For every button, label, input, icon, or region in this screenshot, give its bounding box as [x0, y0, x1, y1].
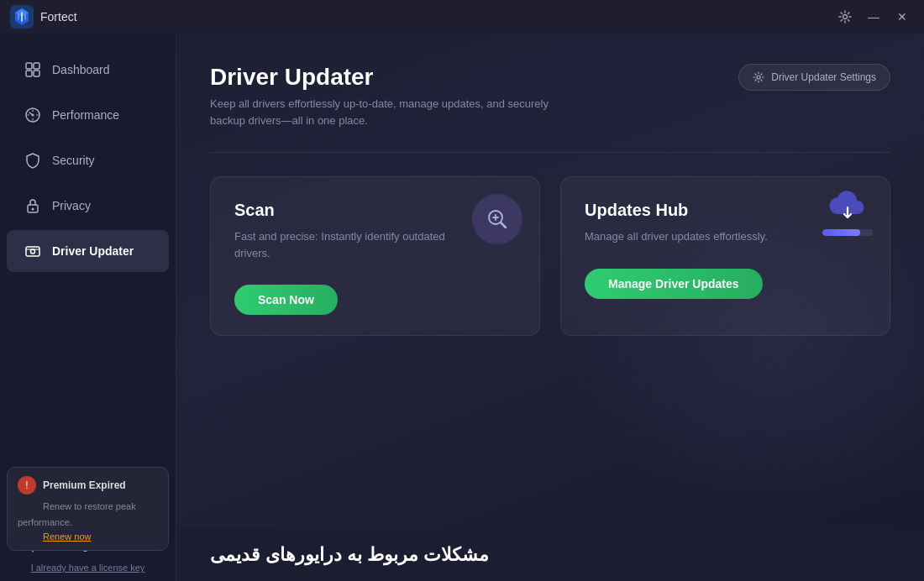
scan-card-icon — [472, 194, 522, 244]
scan-card: Scan Fast and precise: Instantly identif… — [210, 176, 540, 336]
sidebar-item-driver-updater-label: Driver Updater — [52, 244, 134, 258]
bottom-banner: مشکلات مربوط به درایورهای قدیمی — [176, 529, 924, 581]
sidebar-item-security[interactable]: Security — [7, 139, 169, 181]
driver-updater-icon — [24, 242, 42, 260]
svg-point-1 — [843, 15, 848, 19]
security-icon — [24, 151, 42, 170]
manage-driver-updates-button[interactable]: Manage Driver Updates — [585, 269, 763, 299]
content-area: Driver Updater Keep all drivers effortle… — [176, 34, 924, 581]
scan-now-button[interactable]: Scan Now — [234, 285, 338, 315]
sidebar-item-performance-label: Performance — [52, 108, 119, 122]
settings-titlebar-button[interactable] — [833, 5, 857, 29]
svg-point-13 — [757, 76, 760, 79]
sidebar-item-privacy[interactable]: Privacy — [7, 185, 169, 227]
driver-updater-settings-button[interactable]: Driver Updater Settings — [738, 64, 890, 91]
scan-card-desc: Fast and precise: Instantly identify out… — [234, 228, 453, 261]
sidebar: Dashboard Performance Security — [0, 34, 176, 581]
minimize-button[interactable]: — — [862, 5, 885, 29]
svg-rect-4 — [26, 71, 32, 76]
page-header-text: Driver Updater Keep all drivers effortle… — [210, 64, 580, 128]
content-divider — [210, 152, 890, 153]
app-logo-icon — [10, 5, 34, 29]
privacy-icon — [24, 196, 42, 215]
premium-expired-box: ! Premium Expired Renew to restore peak … — [7, 467, 169, 551]
main-container: Dashboard Performance Security — [0, 34, 924, 581]
performance-icon — [24, 106, 42, 124]
updates-hub-desc: Manage all driver updates effortlessly. — [585, 228, 803, 245]
updates-hub-card: Updates Hub Manage all driver updates ef… — [560, 176, 890, 336]
svg-point-11 — [31, 249, 35, 254]
cloud-download-icon — [827, 191, 868, 224]
svg-point-7 — [32, 114, 34, 117]
svg-rect-2 — [26, 63, 32, 69]
svg-rect-10 — [26, 247, 39, 256]
content-header: Driver Updater Keep all drivers effortle… — [210, 64, 890, 128]
premium-desc: Renew to restore peak performance. — [18, 501, 136, 526]
bottom-banner-text: مشکلات مربوط به درایورهای قدیمی — [210, 544, 489, 566]
settings-btn-label: Driver Updater Settings — [771, 71, 876, 83]
app-name-label: Fortect — [40, 10, 77, 24]
titlebar-left: Fortect — [10, 5, 77, 29]
premium-title: Premium Expired — [43, 479, 126, 491]
updates-progress-fill — [822, 229, 860, 236]
dashboard-icon — [24, 60, 42, 79]
premium-expired-icon: ! — [18, 476, 36, 495]
page-subtitle: Keep all drivers effortlessly up-to-date… — [210, 96, 580, 128]
updates-hub-icon-area — [822, 191, 873, 236]
svg-point-9 — [32, 208, 34, 211]
sidebar-item-dashboard-label: Dashboard — [52, 63, 110, 76]
sidebar-item-driver-updater[interactable]: Driver Updater — [7, 230, 169, 272]
page-title: Driver Updater — [210, 64, 580, 91]
sidebar-item-performance[interactable]: Performance — [7, 94, 169, 136]
cards-row: Scan Fast and precise: Instantly identif… — [210, 176, 890, 336]
titlebar: Fortect — ✕ — [0, 0, 924, 34]
sidebar-item-security-label: Security — [52, 154, 95, 167]
license-key-link[interactable]: I already have a license key — [0, 563, 176, 573]
premium-header: ! Premium Expired — [18, 476, 158, 495]
close-button[interactable]: ✕ — [890, 5, 914, 29]
sidebar-item-dashboard[interactable]: Dashboard — [7, 49, 169, 91]
sidebar-item-privacy-label: Privacy — [52, 199, 91, 212]
svg-rect-5 — [34, 71, 39, 76]
svg-rect-3 — [34, 63, 39, 69]
renew-link[interactable]: Renew now — [43, 531, 158, 542]
titlebar-controls: — ✕ — [833, 5, 914, 29]
